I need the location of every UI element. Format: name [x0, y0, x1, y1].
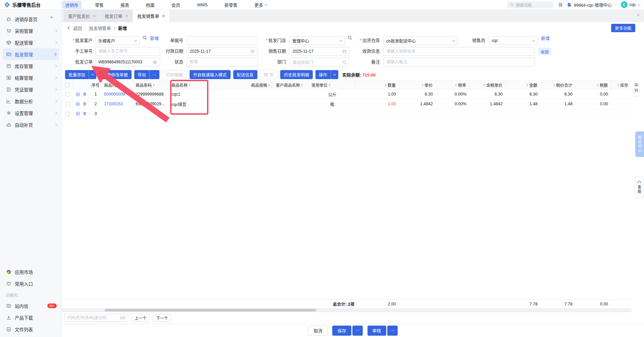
col-price-with-tax[interactable]: 含税单价 [470, 80, 506, 90]
quick-search-input[interactable] [67, 316, 118, 320]
sidebar-item-analytics[interactable]: 数据分析 [0, 95, 61, 107]
nav-item-retail[interactable]: 零售 [92, 1, 107, 9]
salesman-select[interactable]: cqc [489, 36, 538, 45]
select-all-checkbox[interactable] [62, 80, 73, 90]
add-salesman-link[interactable]: 新增 [541, 35, 550, 41]
sidebar-item-settings[interactable]: 设置管理 [0, 107, 61, 119]
col-tax-rate[interactable]: 税率 [436, 80, 470, 90]
help-center-tab[interactable]: 帮助中心 [635, 131, 644, 157]
save-button[interactable]: 保存 [332, 326, 351, 336]
col-unit[interactable]: 常用单位 [309, 80, 355, 90]
save-more-button[interactable]: ⋯ [352, 326, 363, 336]
col-amount-with-tax[interactable]: 税价合计 [541, 80, 576, 90]
wholesale-order-input[interactable]: WB99664992511170003 [95, 58, 160, 66]
printer-icon[interactable] [558, 2, 563, 7]
attachment-button[interactable]: 附 件 [260, 70, 278, 79]
delivery-info-button[interactable]: 配送信息 [233, 70, 257, 79]
sidebar-item-settlement[interactable]: 结算管理 [0, 72, 61, 83]
audit-button[interactable]: 审核 [367, 326, 386, 336]
nav-item-inventory[interactable]: 进销存 [62, 1, 82, 9]
sidebar-item-messages[interactable]: 站内信 99+ [0, 300, 61, 312]
nav-item-new-retail[interactable]: 新零售 [221, 1, 241, 9]
sidebar-item-favorites[interactable]: 常用入口 [0, 278, 61, 289]
tab-wholesale-sales[interactable]: 批发销售单× [133, 10, 169, 22]
add-row-icon[interactable] [76, 92, 80, 97]
scrollbar-thumb[interactable] [105, 309, 316, 312]
export-button[interactable]: 导出⋯ [134, 70, 159, 79]
nav-item-wms[interactable]: WMS [194, 1, 211, 8]
tenant-switcher[interactable]: 99664-cqc-管理中心 [567, 2, 612, 8]
quick-search-field[interactable]: 0/0 [64, 314, 128, 322]
status-input[interactable] [187, 58, 258, 66]
sidebar-item-delivery[interactable]: 配送管理 [0, 37, 61, 48]
sidebar-item-downloads[interactable]: 产品下载 [0, 312, 61, 323]
col-price[interactable]: 单价 [399, 80, 436, 90]
back-chevron-icon[interactable] [67, 26, 70, 30]
nav-item-reports[interactable]: 报表 [117, 1, 133, 9]
delete-row-icon[interactable] [83, 92, 87, 97]
audit-more-button[interactable]: ⋯ [387, 326, 398, 336]
product-code-link[interactable]: 17100153 [104, 102, 123, 106]
close-icon[interactable]: × [93, 13, 96, 18]
nav-item-more[interactable]: 更多 [251, 1, 270, 9]
sidebar-item-purchase[interactable]: 采购管理 [0, 25, 61, 37]
tab-list-chevron-icon[interactable] [637, 13, 640, 16]
sidebar-item-inventory[interactable]: 库存管理 [0, 60, 61, 72]
col-amount[interactable]: 金额 [506, 80, 541, 90]
speed-input-button[interactable]: 开启极速输入模式 [190, 70, 231, 79]
user-menu[interactable]: C cqc [621, 1, 640, 8]
col-tax[interactable]: 税额 [576, 80, 611, 90]
row-checkbox[interactable] [65, 102, 70, 106]
history-button[interactable]: 历史批发明细 [280, 70, 313, 79]
manual-no-input[interactable] [95, 47, 160, 56]
col-stock[interactable]: 库存 [611, 80, 632, 90]
store-select[interactable]: 管理中心 [289, 36, 345, 45]
sidebar-item-app-market[interactable]: 应用市场 [0, 266, 61, 278]
print-button[interactable]: 打印单据 [162, 70, 187, 79]
more-features-button[interactable]: 更多功能 [611, 24, 635, 32]
prev-button[interactable]: 上一个 [132, 314, 150, 322]
nav-item-members[interactable]: 会员 [168, 1, 184, 9]
receipt-info-input[interactable] [383, 47, 535, 56]
tab-customer-wholesale-price[interactable]: 客户批发价× [64, 10, 100, 22]
global-search-input[interactable]: 搜索功能 [507, 1, 553, 8]
batch-add-button[interactable]: 批量添加 [65, 70, 96, 79]
add-row-icon[interactable] [76, 102, 80, 106]
customer-select[interactable]: 乐檬客户 [95, 36, 140, 45]
customer-service-tab[interactable]: 客服 [635, 176, 643, 197]
back-link[interactable]: 返回 [73, 25, 82, 31]
sidebar-item-wholesale[interactable]: 批发管理 [3, 48, 59, 60]
department-select[interactable]: 请选择部门 [289, 58, 350, 66]
warehouse-select[interactable]: ch批发配送中心 [383, 36, 458, 45]
col-barcode[interactable]: 商品条码 [134, 80, 169, 90]
tab-wholesale-order[interactable]: 批发订单× [101, 10, 133, 22]
operate-button[interactable]: 操作 [315, 70, 338, 79]
nav-item-archives[interactable]: 档案 [143, 1, 158, 9]
sidebar-collapse-icon[interactable]: « [50, 14, 53, 19]
customer-search-icon[interactable] [142, 35, 147, 40]
delete-row-icon[interactable] [83, 111, 87, 116]
sidebar-item-files[interactable]: 文件列表 [0, 323, 61, 335]
next-button[interactable]: 下一个 [153, 314, 171, 322]
product-code-link[interactable]: 500000009 [104, 92, 125, 97]
cancel-button[interactable]: 取消 [308, 326, 328, 336]
row-checkbox[interactable] [65, 92, 70, 97]
pay-date-input[interactable]: 2025-11-17 [187, 47, 258, 56]
col-product-name[interactable]: 商品名称 [169, 80, 249, 90]
add-row-icon[interactable] [76, 111, 80, 116]
horizontal-scrollbar[interactable] [62, 308, 632, 312]
batch-edit-button[interactable]: 批量修改单据 [99, 70, 132, 79]
remark-input[interactable] [383, 58, 535, 66]
close-icon[interactable]: × [162, 13, 165, 18]
delete-row-icon[interactable] [83, 102, 87, 106]
col-customer-product-name[interactable]: 客户商品名称 [274, 80, 309, 90]
collect-payment-button[interactable]: 收款 [538, 48, 551, 55]
row-checkbox[interactable] [65, 112, 70, 116]
sidebar-item-replenish[interactable]: 自动补货 [0, 119, 61, 130]
col-spec[interactable]: 商品规格 [249, 80, 274, 90]
sale-date-input[interactable]: 2025-11-17 [289, 47, 350, 56]
close-icon[interactable]: × [126, 13, 128, 18]
col-qty[interactable]: 数量 [355, 80, 399, 90]
column-settings-button[interactable]: 列 [633, 81, 639, 97]
col-product-code[interactable]: 商品代码 [102, 80, 134, 90]
